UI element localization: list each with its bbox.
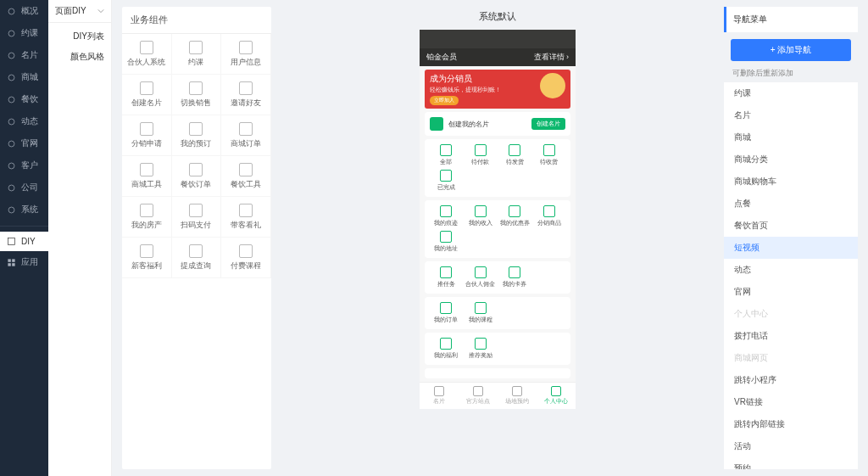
widget-cell[interactable]: 新客福利 <box>122 238 172 278</box>
add-nav-button[interactable]: + 添加导航 <box>731 39 851 61</box>
sidebar-item-user[interactable]: 客户 <box>0 154 48 176</box>
left-sidebar: 概况约课名片商城餐饮动态官网客户公司系统 DIY 应用 <box>0 0 48 476</box>
sidebar-item-bag[interactable]: 商城 <box>0 66 48 88</box>
nav-option[interactable]: 点餐 <box>724 193 858 215</box>
widget-cell[interactable]: 餐饮订单 <box>172 156 222 197</box>
tab-item[interactable]: 场地预约 <box>498 383 537 409</box>
widget-icon <box>239 163 253 176</box>
widget-cell[interactable]: 扫码支付 <box>172 197 222 238</box>
widget-cell[interactable]: 付费课程 <box>221 238 271 278</box>
widget-cell[interactable]: 我的房产 <box>122 197 172 238</box>
nav-option[interactable]: 预约 <box>724 457 858 469</box>
svg-point-2 <box>8 53 14 59</box>
submenu-item[interactable]: DIY列表 <box>48 26 111 47</box>
widget-cell[interactable]: 约课 <box>172 34 222 75</box>
sidebar-item-globe[interactable]: 官网 <box>0 132 48 154</box>
grid-cell[interactable]: 待付款 <box>465 144 498 166</box>
props-note: 可删除后重新添加 <box>724 68 858 82</box>
cell-icon <box>440 231 452 243</box>
nav-option[interactable]: 商城 <box>724 126 858 148</box>
grid-cell[interactable]: 我的优惠券 <box>498 205 531 227</box>
cell-icon <box>440 302 452 314</box>
nav-option[interactable]: 跳转小程序 <box>724 369 858 391</box>
grid-cell[interactable]: 我的课程 <box>465 302 498 324</box>
grid-cell[interactable]: 我的订单 <box>430 302 463 324</box>
grid-cell[interactable]: 我的痕迹 <box>430 205 463 227</box>
sidebar-item-dashboard[interactable]: 概况 <box>0 0 48 22</box>
props-panel: 导航菜单 + 添加导航 可删除后重新添加 约课名片商城商城分类商城购物车点餐餐饮… <box>724 7 858 469</box>
nav-option: 个人中心 <box>724 303 858 325</box>
tab-item[interactable]: 官方站点 <box>459 383 498 409</box>
widgets-panel: 业务组件 合伙人系统约课用户信息创建名片切换销售邀请好友分销申请我的预订商城订单… <box>122 7 271 469</box>
sidebar-item-fork[interactable]: 餐饮 <box>0 88 48 110</box>
widget-cell[interactable]: 分销申请 <box>122 115 172 156</box>
course-grid: 我的订单我的课程 <box>425 297 570 329</box>
submenu-item[interactable]: 颜色风格 <box>48 47 111 67</box>
grid-cell[interactable]: 已完成 <box>430 170 463 192</box>
svg-point-1 <box>8 31 14 36</box>
phone-tabbar: 名片官方站点场地预约个人中心 <box>420 382 576 409</box>
svg-point-4 <box>8 97 14 103</box>
nav-option[interactable]: 跳转内部链接 <box>724 413 858 435</box>
widget-cell[interactable]: 邀请好友 <box>221 75 271 115</box>
grid-cell[interactable]: 我的卡券 <box>498 266 531 288</box>
widget-icon <box>140 41 153 54</box>
widget-icon <box>189 204 203 217</box>
nav-option[interactable]: 约课 <box>724 82 858 104</box>
nav-option[interactable]: 拨打电话 <box>724 325 858 347</box>
grid-cell[interactable]: 我的福利 <box>430 338 463 360</box>
cell-icon <box>440 144 452 156</box>
widget-icon <box>189 41 203 54</box>
widget-cell[interactable]: 切换销售 <box>172 75 222 115</box>
banner-join-btn[interactable]: 立即加入 <box>430 96 459 105</box>
nav-option[interactable]: 餐饮首页 <box>724 215 858 237</box>
widget-cell[interactable]: 用户信息 <box>221 34 271 75</box>
distributor-banner[interactable]: 成为分销员 轻松赚钱乐，提现秒到账！ 立即加入 <box>425 70 570 109</box>
grid-cell[interactable]: 合伙人佣金 <box>465 266 498 288</box>
svg-point-7 <box>8 163 14 169</box>
widget-cell[interactable]: 带客看礼 <box>221 197 271 238</box>
sidebar-label: 应用 <box>21 256 38 268</box>
create-card-row[interactable]: 创建我的名片 创建名片 <box>425 112 570 136</box>
cell-icon <box>475 338 487 350</box>
sidebar-item-app[interactable]: 应用 <box>0 251 48 273</box>
nav-option[interactable]: 动态 <box>724 259 858 281</box>
sidebar-item-building[interactable]: 公司 <box>0 176 48 199</box>
grid-cell[interactable]: 分销商品 <box>533 205 566 227</box>
widget-cell[interactable]: 我的预订 <box>172 115 222 156</box>
grid-cell[interactable]: 我的地址 <box>430 231 463 253</box>
submenu-head[interactable]: 页面DIY <box>48 0 111 23</box>
grid-cell[interactable]: 我的收入 <box>465 205 498 227</box>
preview-title: 系统默认 <box>479 7 516 30</box>
sidebar-item-diy[interactable]: DIY <box>0 232 48 251</box>
widget-icon <box>239 81 253 95</box>
grid-cell[interactable]: 推荐奖励 <box>465 338 498 360</box>
nav-option[interactable]: 官网 <box>724 281 858 303</box>
vip-bar[interactable]: 铂金会员 查看详情 › <box>420 48 576 66</box>
sidebar-item-calendar[interactable]: 约课 <box>0 22 48 44</box>
order-grid: 全部待付款待发货待收货已完成 <box>425 139 570 197</box>
grid-cell[interactable]: 待发货 <box>498 144 531 166</box>
sidebar-item-card[interactable]: 名片 <box>0 44 48 66</box>
tab-item[interactable]: 个人中心 <box>537 383 576 409</box>
widget-cell[interactable]: 创建名片 <box>122 75 172 115</box>
grid-cell[interactable]: 全部 <box>430 144 463 166</box>
grid-cell[interactable]: 待收货 <box>533 144 566 166</box>
widget-cell[interactable]: 商城订单 <box>221 115 271 156</box>
props-head: 导航菜单 <box>724 7 858 32</box>
nav-option[interactable]: 商城分类 <box>724 148 858 171</box>
widget-cell[interactable]: 提成查询 <box>172 238 222 278</box>
nav-option[interactable]: 商城购物车 <box>724 171 858 193</box>
grid-cell[interactable]: 推任务 <box>430 266 463 288</box>
nav-option[interactable]: 名片 <box>724 104 858 126</box>
widget-cell[interactable]: 合伙人系统 <box>122 34 172 75</box>
nav-option[interactable]: 活动 <box>724 435 858 457</box>
sidebar-item-wave[interactable]: 动态 <box>0 110 48 132</box>
widget-cell[interactable]: 餐饮工具 <box>221 156 271 197</box>
widget-cell[interactable]: 商城工具 <box>122 156 172 197</box>
create-card-btn[interactable]: 创建名片 <box>531 118 565 130</box>
nav-option[interactable]: VR链接 <box>724 391 858 413</box>
nav-option[interactable]: 短视频 <box>724 237 858 259</box>
sidebar-item-gear[interactable]: 系统 <box>0 199 48 221</box>
tab-item[interactable]: 名片 <box>420 383 459 409</box>
